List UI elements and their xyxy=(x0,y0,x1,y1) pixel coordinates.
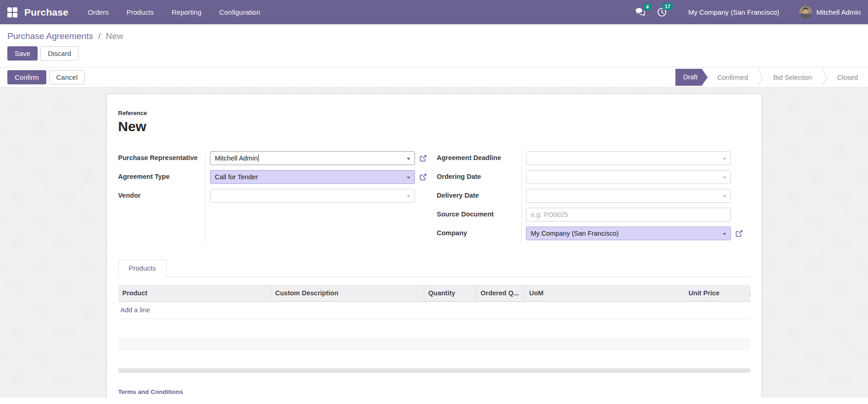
stage-pipeline: Draft Confirmed Bid Selection Closed xyxy=(675,67,860,87)
add-a-line-link[interactable]: Add a line xyxy=(121,306,150,314)
dropdown-caret-icon[interactable] xyxy=(723,233,726,235)
menu-orders[interactable]: Orders xyxy=(88,8,109,16)
products-table: Product Custom Description Quantity Orde… xyxy=(118,285,750,302)
agreement-type-label: Agreement Type xyxy=(118,170,205,181)
form-group-right: Agreement Deadline Ordering Date Deliver… xyxy=(434,151,750,245)
column-header-unit-price[interactable]: Unit Price xyxy=(685,285,743,301)
stage-draft[interactable]: Draft xyxy=(675,69,708,86)
group-separator xyxy=(521,152,522,243)
terms-and-conditions-label: Terms and Conditions xyxy=(118,388,750,395)
dropdown-caret-icon[interactable] xyxy=(407,177,410,179)
delivery-date-field[interactable] xyxy=(526,189,731,203)
reference-value: New xyxy=(118,119,750,134)
breadcrumb: Purchase Agreements / New xyxy=(7,31,861,41)
agreement-deadline-field[interactable] xyxy=(526,151,731,165)
apps-menu-icon[interactable] xyxy=(7,7,17,17)
control-panel: Purchase Agreements / New Save Discard xyxy=(0,24,868,67)
tab-bar: Products xyxy=(118,259,750,277)
external-link-icon[interactable] xyxy=(419,154,427,162)
user-menu[interactable]: Mitchell Admin xyxy=(816,8,861,16)
cancel-button[interactable]: Cancel xyxy=(49,70,85,84)
column-header-uom[interactable]: UoM xyxy=(525,285,685,301)
ordering-date-label: Ordering Date xyxy=(434,170,521,181)
company-label: Company xyxy=(434,227,521,238)
table-row: Add a line xyxy=(118,302,750,319)
breadcrumb-parent-link[interactable]: Purchase Agreements xyxy=(7,31,93,41)
activities-button[interactable]: 17 xyxy=(657,7,667,17)
text-cursor xyxy=(258,155,259,162)
notebook: Products Product Custom Description Quan… xyxy=(118,259,750,373)
stage-confirmed[interactable]: Confirmed xyxy=(708,74,757,81)
column-header-quantity[interactable]: Quantity xyxy=(424,285,476,301)
save-button[interactable]: Save xyxy=(7,46,38,61)
top-navbar: Purchase Orders Products Reporting Confi… xyxy=(0,0,868,24)
purchase-representative-field[interactable]: Mitchell Admin xyxy=(210,151,415,165)
form-sheet: Reference New Purchase Representative Mi… xyxy=(106,94,762,398)
discard-button[interactable]: Discard xyxy=(40,46,78,61)
vendor-field[interactable] xyxy=(210,189,415,203)
menu-reporting[interactable]: Reporting xyxy=(171,8,201,16)
empty-table-row xyxy=(118,350,750,368)
empty-table-row xyxy=(118,319,750,338)
group-separator xyxy=(205,152,206,243)
user-avatar[interactable] xyxy=(799,6,812,19)
breadcrumb-separator: / xyxy=(98,31,100,41)
company-switcher[interactable]: My Company (San Francisco) xyxy=(688,8,779,16)
tab-products[interactable]: Products xyxy=(118,260,166,277)
vendor-label: Vendor xyxy=(118,189,205,200)
stage-chevron-icon xyxy=(757,69,763,86)
company-field[interactable]: My Company (San Francisco) xyxy=(526,227,731,240)
stage-bid-selection[interactable]: Bid Selection xyxy=(763,74,822,81)
dropdown-caret-icon[interactable] xyxy=(723,158,726,160)
optional-columns-icon[interactable]: ⋮ xyxy=(743,285,750,301)
agreement-deadline-label: Agreement Deadline xyxy=(434,151,521,162)
column-header-custom-description[interactable]: Custom Description xyxy=(271,285,424,301)
dropdown-caret-icon[interactable] xyxy=(407,158,410,160)
confirm-button[interactable]: Confirm xyxy=(7,70,46,84)
dropdown-caret-icon[interactable] xyxy=(407,195,410,198)
column-header-product[interactable]: Product xyxy=(118,285,271,301)
statusbar: Confirm Cancel Draft Confirmed Bid Selec… xyxy=(0,67,868,88)
agreement-type-field[interactable]: Call for Tender xyxy=(210,170,415,184)
external-link-icon[interactable] xyxy=(735,229,743,238)
form-group-left: Purchase Representative Mitchell Admin A… xyxy=(118,151,434,245)
breadcrumb-current: New xyxy=(106,31,123,41)
source-document-label: Source Document xyxy=(434,208,521,219)
menu-products[interactable]: Products xyxy=(127,8,154,16)
empty-table-row-striped xyxy=(118,338,750,350)
source-document-field[interactable] xyxy=(526,208,731,221)
delivery-date-label: Delivery Date xyxy=(434,189,521,200)
ordering-date-field[interactable] xyxy=(526,170,731,184)
form-view-background: Reference New Purchase Representative Mi… xyxy=(0,88,868,398)
stage-chevron-icon xyxy=(822,69,828,86)
messages-button[interactable]: 4 xyxy=(635,7,646,17)
menu-configuration[interactable]: Configuration xyxy=(219,8,260,16)
messages-count-badge: 4 xyxy=(643,3,652,11)
dropdown-caret-icon[interactable] xyxy=(723,177,726,179)
external-link-icon[interactable] xyxy=(419,173,427,181)
dropdown-caret-icon[interactable] xyxy=(723,195,726,198)
column-header-ordered-qty[interactable]: Ordered Q... xyxy=(476,285,525,301)
purchase-representative-label: Purchase Representative xyxy=(118,151,205,162)
activities-count-badge: 17 xyxy=(662,3,673,10)
app-brand[interactable]: Purchase xyxy=(24,7,68,18)
stage-closed[interactable]: Closed xyxy=(828,74,860,81)
reference-label: Reference xyxy=(118,110,750,116)
horizontal-scrollbar[interactable] xyxy=(118,368,750,373)
